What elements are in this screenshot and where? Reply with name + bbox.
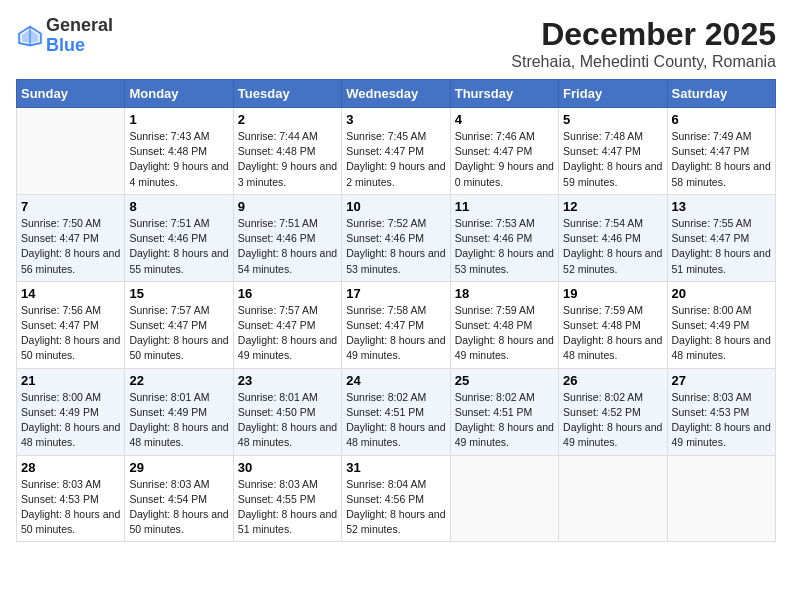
- header-saturday: Saturday: [667, 80, 775, 108]
- calendar-cell: 13Sunrise: 7:55 AMSunset: 4:47 PMDayligh…: [667, 194, 775, 281]
- title-block: December 2025 Strehaia, Mehedinti County…: [511, 16, 776, 71]
- calendar-cell: 6Sunrise: 7:49 AMSunset: 4:47 PMDaylight…: [667, 108, 775, 195]
- day-number: 5: [563, 112, 662, 127]
- page-title: December 2025: [511, 16, 776, 53]
- day-info: Sunrise: 7:43 AMSunset: 4:48 PMDaylight:…: [129, 129, 228, 190]
- day-info: Sunrise: 7:49 AMSunset: 4:47 PMDaylight:…: [672, 129, 771, 190]
- day-number: 15: [129, 286, 228, 301]
- calendar-cell: 19Sunrise: 7:59 AMSunset: 4:48 PMDayligh…: [559, 281, 667, 368]
- day-info: Sunrise: 7:50 AMSunset: 4:47 PMDaylight:…: [21, 216, 120, 277]
- day-info: Sunrise: 8:03 AMSunset: 4:55 PMDaylight:…: [238, 477, 337, 538]
- day-info: Sunrise: 7:45 AMSunset: 4:47 PMDaylight:…: [346, 129, 445, 190]
- calendar-cell: 25Sunrise: 8:02 AMSunset: 4:51 PMDayligh…: [450, 368, 558, 455]
- logo-general-text: General: [46, 15, 113, 35]
- calendar-week-row: 28Sunrise: 8:03 AMSunset: 4:53 PMDayligh…: [17, 455, 776, 542]
- day-number: 27: [672, 373, 771, 388]
- calendar-cell: [667, 455, 775, 542]
- day-info: Sunrise: 7:59 AMSunset: 4:48 PMDaylight:…: [455, 303, 554, 364]
- calendar-cell: 20Sunrise: 8:00 AMSunset: 4:49 PMDayligh…: [667, 281, 775, 368]
- day-info: Sunrise: 8:03 AMSunset: 4:53 PMDaylight:…: [21, 477, 120, 538]
- day-number: 13: [672, 199, 771, 214]
- header-thursday: Thursday: [450, 80, 558, 108]
- day-info: Sunrise: 8:03 AMSunset: 4:54 PMDaylight:…: [129, 477, 228, 538]
- day-info: Sunrise: 7:46 AMSunset: 4:47 PMDaylight:…: [455, 129, 554, 190]
- day-info: Sunrise: 7:54 AMSunset: 4:46 PMDaylight:…: [563, 216, 662, 277]
- day-number: 2: [238, 112, 337, 127]
- day-number: 16: [238, 286, 337, 301]
- day-number: 19: [563, 286, 662, 301]
- day-info: Sunrise: 7:57 AMSunset: 4:47 PMDaylight:…: [129, 303, 228, 364]
- day-number: 3: [346, 112, 445, 127]
- day-info: Sunrise: 7:59 AMSunset: 4:48 PMDaylight:…: [563, 303, 662, 364]
- calendar-cell: 23Sunrise: 8:01 AMSunset: 4:50 PMDayligh…: [233, 368, 341, 455]
- day-info: Sunrise: 8:00 AMSunset: 4:49 PMDaylight:…: [21, 390, 120, 451]
- day-info: Sunrise: 8:04 AMSunset: 4:56 PMDaylight:…: [346, 477, 445, 538]
- logo-icon: [16, 22, 44, 50]
- page-subtitle: Strehaia, Mehedinti County, Romania: [511, 53, 776, 71]
- day-info: Sunrise: 8:02 AMSunset: 4:52 PMDaylight:…: [563, 390, 662, 451]
- day-number: 24: [346, 373, 445, 388]
- day-info: Sunrise: 7:56 AMSunset: 4:47 PMDaylight:…: [21, 303, 120, 364]
- day-info: Sunrise: 8:01 AMSunset: 4:49 PMDaylight:…: [129, 390, 228, 451]
- day-number: 17: [346, 286, 445, 301]
- day-info: Sunrise: 8:02 AMSunset: 4:51 PMDaylight:…: [455, 390, 554, 451]
- calendar-week-row: 21Sunrise: 8:00 AMSunset: 4:49 PMDayligh…: [17, 368, 776, 455]
- calendar-cell: 11Sunrise: 7:53 AMSunset: 4:46 PMDayligh…: [450, 194, 558, 281]
- header-monday: Monday: [125, 80, 233, 108]
- calendar-cell: 7Sunrise: 7:50 AMSunset: 4:47 PMDaylight…: [17, 194, 125, 281]
- day-info: Sunrise: 7:52 AMSunset: 4:46 PMDaylight:…: [346, 216, 445, 277]
- day-info: Sunrise: 7:44 AMSunset: 4:48 PMDaylight:…: [238, 129, 337, 190]
- day-number: 11: [455, 199, 554, 214]
- calendar-cell: 8Sunrise: 7:51 AMSunset: 4:46 PMDaylight…: [125, 194, 233, 281]
- day-number: 26: [563, 373, 662, 388]
- header-sunday: Sunday: [17, 80, 125, 108]
- day-number: 22: [129, 373, 228, 388]
- day-number: 30: [238, 460, 337, 475]
- calendar-cell: 5Sunrise: 7:48 AMSunset: 4:47 PMDaylight…: [559, 108, 667, 195]
- calendar-cell: 3Sunrise: 7:45 AMSunset: 4:47 PMDaylight…: [342, 108, 450, 195]
- calendar-cell: 26Sunrise: 8:02 AMSunset: 4:52 PMDayligh…: [559, 368, 667, 455]
- calendar-cell: 29Sunrise: 8:03 AMSunset: 4:54 PMDayligh…: [125, 455, 233, 542]
- day-info: Sunrise: 7:58 AMSunset: 4:47 PMDaylight:…: [346, 303, 445, 364]
- calendar-cell: [559, 455, 667, 542]
- day-number: 25: [455, 373, 554, 388]
- day-number: 21: [21, 373, 120, 388]
- page-header: General Blue December 2025 Strehaia, Meh…: [16, 16, 776, 71]
- logo-blue-text: Blue: [46, 35, 85, 55]
- calendar-cell: 2Sunrise: 7:44 AMSunset: 4:48 PMDaylight…: [233, 108, 341, 195]
- calendar-cell: 12Sunrise: 7:54 AMSunset: 4:46 PMDayligh…: [559, 194, 667, 281]
- calendar-week-row: 1Sunrise: 7:43 AMSunset: 4:48 PMDaylight…: [17, 108, 776, 195]
- calendar-cell: 21Sunrise: 8:00 AMSunset: 4:49 PMDayligh…: [17, 368, 125, 455]
- calendar-cell: 22Sunrise: 8:01 AMSunset: 4:49 PMDayligh…: [125, 368, 233, 455]
- day-number: 23: [238, 373, 337, 388]
- day-info: Sunrise: 8:03 AMSunset: 4:53 PMDaylight:…: [672, 390, 771, 451]
- day-number: 1: [129, 112, 228, 127]
- day-number: 20: [672, 286, 771, 301]
- calendar-cell: 9Sunrise: 7:51 AMSunset: 4:46 PMDaylight…: [233, 194, 341, 281]
- day-info: Sunrise: 8:02 AMSunset: 4:51 PMDaylight:…: [346, 390, 445, 451]
- calendar-week-row: 7Sunrise: 7:50 AMSunset: 4:47 PMDaylight…: [17, 194, 776, 281]
- calendar-cell: 31Sunrise: 8:04 AMSunset: 4:56 PMDayligh…: [342, 455, 450, 542]
- calendar-cell: 16Sunrise: 7:57 AMSunset: 4:47 PMDayligh…: [233, 281, 341, 368]
- calendar-cell: [17, 108, 125, 195]
- calendar-cell: 27Sunrise: 8:03 AMSunset: 4:53 PMDayligh…: [667, 368, 775, 455]
- calendar-cell: 15Sunrise: 7:57 AMSunset: 4:47 PMDayligh…: [125, 281, 233, 368]
- day-info: Sunrise: 7:57 AMSunset: 4:47 PMDaylight:…: [238, 303, 337, 364]
- calendar-table: SundayMondayTuesdayWednesdayThursdayFrid…: [16, 79, 776, 542]
- calendar-cell: 4Sunrise: 7:46 AMSunset: 4:47 PMDaylight…: [450, 108, 558, 195]
- calendar-cell: 24Sunrise: 8:02 AMSunset: 4:51 PMDayligh…: [342, 368, 450, 455]
- calendar-cell: 10Sunrise: 7:52 AMSunset: 4:46 PMDayligh…: [342, 194, 450, 281]
- day-number: 28: [21, 460, 120, 475]
- calendar-cell: 30Sunrise: 8:03 AMSunset: 4:55 PMDayligh…: [233, 455, 341, 542]
- day-number: 7: [21, 199, 120, 214]
- day-number: 4: [455, 112, 554, 127]
- day-number: 10: [346, 199, 445, 214]
- calendar-cell: 1Sunrise: 7:43 AMSunset: 4:48 PMDaylight…: [125, 108, 233, 195]
- calendar-cell: [450, 455, 558, 542]
- calendar-cell: 18Sunrise: 7:59 AMSunset: 4:48 PMDayligh…: [450, 281, 558, 368]
- day-number: 8: [129, 199, 228, 214]
- day-info: Sunrise: 7:55 AMSunset: 4:47 PMDaylight:…: [672, 216, 771, 277]
- day-number: 18: [455, 286, 554, 301]
- day-info: Sunrise: 7:53 AMSunset: 4:46 PMDaylight:…: [455, 216, 554, 277]
- day-info: Sunrise: 7:51 AMSunset: 4:46 PMDaylight:…: [238, 216, 337, 277]
